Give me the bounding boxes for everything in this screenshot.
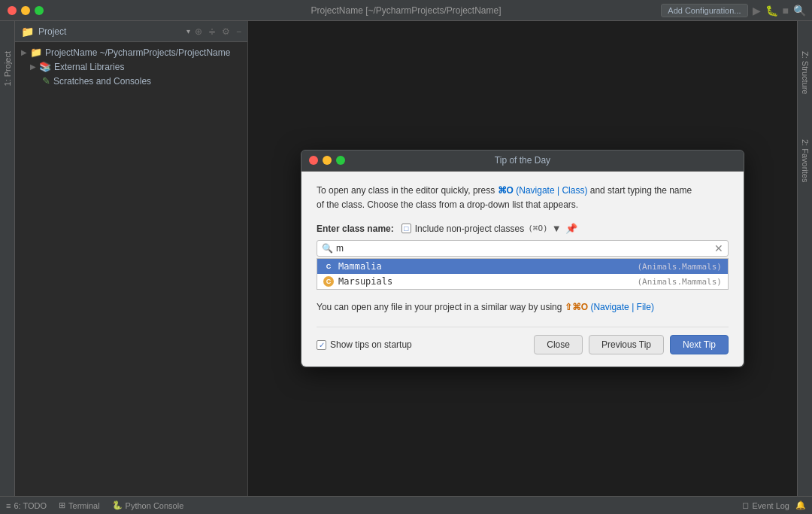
stop-icon[interactable]: ■ [783,5,789,17]
settings-icon[interactable]: ⚙ [222,26,230,37]
search-icon[interactable]: 🔍 [793,5,806,17]
library-icon: 📚 [39,61,51,72]
next-tip-button[interactable]: Next Tip [670,335,729,354]
python-console-tab[interactable]: 🐍 Python Console [112,500,184,510]
dialog-body: To open any class in the editor quickly,… [301,172,744,367]
todo-label: 6: TODO [14,501,47,510]
project-panel: 📁 Project ▾ ⊕ ≑ ⚙ − ▶ 📁 ProjectName ~/Py… [15,21,248,496]
class-search-box: 🔍 ✕ [317,240,729,257]
results-list: C Mammalia (Animals.Mammals) C Marsupial… [317,258,729,290]
project-tree: ▶ 📁 ProjectName ~/PycharmProjects/Projec… [15,42,247,496]
show-tips-checkbox[interactable]: ✓ [317,340,326,350]
left-sidebar: 1: Project [0,21,15,496]
dialog-actions: ✓ Show tips on startup Close Previous Ti… [317,327,729,354]
sidebar-item-structure[interactable]: Z: Structure [801,51,810,94]
add-configuration-button[interactable]: Add Configuration... [661,4,747,17]
result-marsupials[interactable]: C Marsupials (Animals.Mammals) [317,274,728,289]
class-name-row: Enter class name: □ Include non-project … [317,223,729,234]
debug-icon[interactable]: 🐛 [765,5,778,17]
result-name-marsupials: Marsupials [338,276,632,287]
include-non-project-check[interactable]: □ Include non-project classes (⌘O) ▼ 📌 [401,223,577,234]
event-log-tab[interactable]: ◻ Event Log [742,500,789,510]
dialog-min-button[interactable] [323,156,332,165]
dialog-title: Tip of the Day [495,155,550,166]
dialog-close-button[interactable] [309,156,318,165]
project-folder-icon: 📁 [30,47,42,58]
checkbox-icon[interactable]: □ [401,224,411,233]
filter-icon[interactable]: ▼ [552,223,562,234]
close-button[interactable]: Close [534,335,583,354]
sync-icon[interactable]: ⊕ [195,26,202,37]
expand-arrow: ▶ [30,62,36,71]
event-log-icon: ◻ [742,500,749,510]
class-icon-orange: C [323,276,334,287]
minimize-button[interactable] [21,6,30,15]
dropdown-arrow[interactable]: ▾ [186,27,190,35]
dialog-titlebar: Tip of the Day [301,151,744,172]
navigate-class-link: (Navigate | Class) [516,185,587,196]
dialog-max-button[interactable] [336,156,345,165]
result-mammalia[interactable]: C Mammalia (Animals.Mammals) [317,259,728,274]
project-toolbar: 📁 Project ▾ ⊕ ≑ ⚙ − [15,21,247,42]
dialog-window-controls [309,156,345,165]
python-label: Python Console [126,501,184,510]
footer-shortcut: ⇧⌘O [565,302,588,312]
bottom-bar: ≡ 6: TODO ⊞ Terminal 🐍 Python Console ◻ … [0,496,812,514]
main-layout: 1: Project 📁 Project ▾ ⊕ ≑ ⚙ − ▶ 📁 Proje… [0,21,812,496]
panel-toolbar-icons: ⊕ ≑ ⚙ − [195,26,241,37]
include-shortcut: (⌘O) [528,224,548,233]
hide-icon[interactable]: − [236,26,241,37]
dialog-overlay: Tip of the Day To open any class in the … [248,21,797,496]
right-sidebar: Z: Structure 2: Favorites [797,21,812,496]
shortcut-cmd-o: ⌘O [498,185,514,196]
close-button[interactable] [8,6,17,15]
event-log-label: Event Log [752,501,789,510]
result-path-marsupials: (Animals.Mammals) [637,277,722,287]
show-tips-label: Show tips on startup [330,339,412,350]
navigate-file-link: (Navigate | File) [590,302,653,312]
maximize-button[interactable] [35,6,44,15]
previous-tip-button[interactable]: Previous Tip [589,335,664,354]
external-libraries-label: External Libraries [54,62,124,72]
terminal-icon: ⊞ [59,500,65,510]
class-label: Enter class name: [317,224,394,234]
todo-icon: ≡ [6,501,11,510]
search-clear-icon[interactable]: ✕ [714,242,723,254]
folder-icon: 📁 [21,26,34,38]
toolbar-right: Add Configuration... ▶ 🐛 ■ 🔍 [661,4,806,17]
project-root-item[interactable]: ▶ 📁 ProjectName ~/PycharmProjects/Projec… [15,45,247,59]
expand-arrow: ▶ [21,48,27,56]
scratches-label: Scratches and Consoles [53,76,151,87]
class-search-input[interactable] [336,243,723,254]
project-root-label: ProjectName ~/PycharmProjects/ProjectNam… [45,47,230,58]
terminal-label: Terminal [68,501,100,510]
title-bar: ProjectName [~/PycharmProjects/ProjectNa… [0,0,812,21]
sidebar-item-project[interactable]: 1: Project [3,51,12,86]
show-tips-row: ✓ Show tips on startup [317,339,528,350]
notification-icon[interactable]: 🔔 [795,500,806,510]
collapse-icon[interactable]: ≑ [208,26,216,37]
tip-of-day-dialog: Tip of the Day To open any class in the … [301,150,744,368]
run-icon[interactable]: ▶ [753,5,761,17]
external-libraries-item[interactable]: ▶ 📚 External Libraries [15,59,247,74]
sidebar-item-favorites[interactable]: 2: Favorites [801,139,810,182]
search-icon: 🔍 [322,243,333,254]
pin-icon[interactable]: 📌 [565,223,577,234]
python-icon: 🐍 [112,500,123,510]
editor-area: Tip of the Day To open any class in the … [248,21,797,496]
todo-tab[interactable]: ≡ 6: TODO [6,501,47,510]
include-label: Include non-project classes [415,224,524,234]
dialog-footer-text: You can open any file in your project in… [317,300,729,315]
bottom-right: ◻ Event Log 🔔 [742,500,806,510]
window-title: ProjectName [~/PycharmProjects/ProjectNa… [311,5,501,16]
scratch-icon: ✎ [42,75,50,87]
class-icon-blue: C [323,261,334,272]
terminal-tab[interactable]: ⊞ Terminal [59,500,100,510]
result-name-mammalia: Mammalia [338,261,632,272]
window-controls [8,6,44,15]
result-path-mammalia: (Animals.Mammals) [637,262,722,272]
scratches-item[interactable]: ✎ Scratches and Consoles [15,74,247,88]
dialog-description: To open any class in the editor quickly,… [317,184,729,212]
project-panel-title: Project [38,26,182,37]
